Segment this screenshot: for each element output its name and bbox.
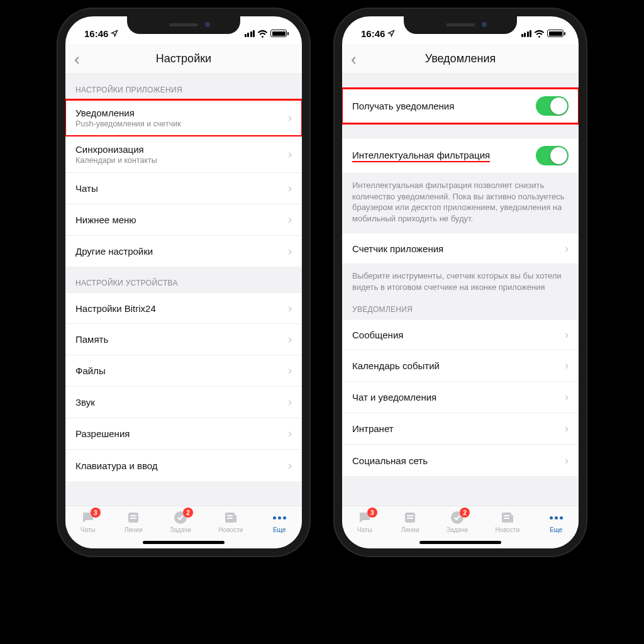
chevron-right-icon: › bbox=[288, 333, 292, 346]
row-intranet[interactable]: Интранет › bbox=[342, 413, 579, 445]
badge: 2 bbox=[183, 508, 193, 518]
row-calendar[interactable]: Календарь событий › bbox=[342, 350, 579, 382]
tab-label: Линии bbox=[125, 526, 143, 533]
row-title: Уведомления bbox=[75, 108, 181, 118]
chevron-right-icon: › bbox=[288, 213, 292, 226]
back-button[interactable]: ‹ bbox=[74, 49, 80, 69]
tab-label: Задачи bbox=[170, 526, 191, 533]
row-bitrix[interactable]: Настройки Bitrix24 › bbox=[65, 292, 302, 324]
notch bbox=[404, 15, 517, 34]
signal-icon bbox=[245, 30, 255, 37]
chevron-right-icon: › bbox=[288, 148, 292, 161]
lines-icon bbox=[125, 510, 142, 525]
row-title: Социальная сеть bbox=[352, 455, 428, 466]
row-permissions[interactable]: Разрешения › bbox=[65, 418, 302, 450]
row-receive-notifications[interactable]: Получать уведомления bbox=[342, 88, 579, 124]
battery-icon bbox=[547, 30, 564, 37]
section-header-notifications: УВЕДОМЛЕНИЯ bbox=[342, 301, 579, 319]
tab-chats[interactable]: 3 Чаты bbox=[79, 510, 97, 533]
wifi-icon bbox=[257, 30, 268, 38]
back-button[interactable]: ‹ bbox=[351, 49, 357, 69]
counter-description: Выберите инструменты, счетчик которых вы… bbox=[342, 264, 579, 301]
row-title: Счетчик приложения bbox=[352, 243, 443, 254]
tab-chats[interactable]: 3 Чаты bbox=[356, 510, 374, 533]
row-title: Чаты bbox=[75, 183, 98, 194]
row-title: Клавиатура и ввод bbox=[75, 460, 158, 471]
page-title: Настройки bbox=[156, 52, 211, 65]
row-subtitle: Календари и контакты bbox=[75, 156, 157, 165]
svg-rect-7 bbox=[227, 518, 233, 519]
filter-description: Интеллектуальная фильтрация позволяет сн… bbox=[342, 174, 579, 233]
row-title: Сообщения bbox=[352, 330, 403, 340]
toggle-receive[interactable] bbox=[536, 96, 569, 116]
chevron-right-icon: › bbox=[288, 245, 292, 258]
svg-rect-15 bbox=[504, 518, 509, 519]
svg-rect-14 bbox=[504, 515, 509, 516]
more-icon bbox=[550, 516, 563, 519]
home-indicator[interactable] bbox=[143, 541, 225, 544]
chevron-right-icon: › bbox=[288, 396, 292, 409]
row-files[interactable]: Файлы › bbox=[65, 355, 302, 387]
chevron-right-icon: › bbox=[565, 454, 569, 467]
signal-icon bbox=[521, 30, 532, 37]
row-chats[interactable]: Чаты › bbox=[65, 173, 302, 204]
row-title: Чат и уведомления bbox=[352, 392, 436, 402]
tab-tasks[interactable]: 2 Задачи bbox=[447, 510, 468, 533]
tab-label: Еще bbox=[273, 526, 286, 533]
row-other[interactable]: Другие настройки › bbox=[65, 236, 302, 267]
tab-lines[interactable]: Линии bbox=[401, 510, 419, 533]
row-title: Память bbox=[75, 334, 108, 345]
svg-rect-9 bbox=[407, 515, 413, 516]
news-icon bbox=[223, 510, 239, 525]
row-title: Нижнее меню bbox=[75, 214, 136, 225]
chevron-right-icon: › bbox=[565, 359, 569, 372]
tab-label: Задачи bbox=[447, 526, 468, 533]
row-sync[interactable]: Синхронизация Календари и контакты › bbox=[65, 136, 302, 173]
tab-label: Чаты bbox=[357, 526, 372, 533]
status-time: 16:46 bbox=[361, 28, 385, 39]
row-social[interactable]: Социальная сеть › bbox=[342, 445, 579, 476]
nav-bar: ‹ Настройки bbox=[65, 44, 302, 74]
more-icon bbox=[273, 516, 286, 519]
row-title: Файлы bbox=[75, 365, 106, 376]
chevron-right-icon: › bbox=[565, 391, 569, 404]
row-sound[interactable]: Звук › bbox=[65, 387, 302, 418]
tab-more[interactable]: Еще bbox=[547, 510, 565, 533]
tab-label: Чаты bbox=[80, 526, 96, 533]
chevron-right-icon: › bbox=[288, 302, 292, 315]
chevron-right-icon: › bbox=[288, 427, 292, 440]
chevron-right-icon: › bbox=[565, 328, 569, 341]
tab-more[interactable]: Еще bbox=[270, 510, 288, 533]
chevron-right-icon: › bbox=[288, 364, 292, 377]
status-time: 16:46 bbox=[84, 28, 108, 39]
row-title: Получать уведомления bbox=[352, 101, 454, 111]
badge: 2 bbox=[460, 508, 470, 518]
row-title: Календарь событий bbox=[352, 360, 440, 371]
tab-label: Новости bbox=[219, 526, 243, 533]
tab-news[interactable]: Новости bbox=[219, 510, 243, 533]
tab-label: Новости bbox=[496, 526, 520, 533]
row-app-counter[interactable]: Счетчик приложения › bbox=[342, 233, 579, 264]
row-keyboard[interactable]: Клавиатура и ввод › bbox=[65, 450, 302, 481]
row-title: Интеллектуальная фильтрация bbox=[352, 150, 490, 162]
row-title: Интранет bbox=[352, 423, 394, 434]
section-header-device: НАСТРОЙКИ УСТРОЙСТВА bbox=[65, 267, 302, 292]
row-messages[interactable]: Сообщения › bbox=[342, 319, 579, 350]
row-title: Разрешения bbox=[75, 428, 130, 439]
notifications-content[interactable]: Получать уведомления Интеллектуальная фи… bbox=[342, 74, 579, 506]
svg-rect-1 bbox=[130, 515, 136, 516]
chevron-right-icon: › bbox=[288, 111, 292, 125]
row-chat-notify[interactable]: Чат и уведомления › bbox=[342, 382, 579, 413]
row-smart-filter[interactable]: Интеллектуальная фильтрация bbox=[342, 138, 579, 174]
row-notifications[interactable]: Уведомления Push-уведомления и счетчик › bbox=[65, 99, 302, 136]
settings-content[interactable]: НАСТРОЙКИ ПРИЛОЖЕНИЯ Уведомления Push-ув… bbox=[65, 74, 302, 506]
tab-news[interactable]: Новости bbox=[496, 510, 520, 533]
section-header-app: НАСТРОЙКИ ПРИЛОЖЕНИЯ bbox=[65, 74, 302, 99]
toggle-filter[interactable] bbox=[536, 146, 569, 165]
row-memory[interactable]: Память › bbox=[65, 324, 302, 355]
home-indicator[interactable] bbox=[419, 541, 501, 544]
row-bottom-menu[interactable]: Нижнее меню › bbox=[65, 204, 302, 236]
svg-rect-10 bbox=[407, 518, 413, 519]
tab-lines[interactable]: Линии bbox=[125, 510, 143, 533]
tab-tasks[interactable]: 2 Задачи bbox=[170, 510, 191, 533]
